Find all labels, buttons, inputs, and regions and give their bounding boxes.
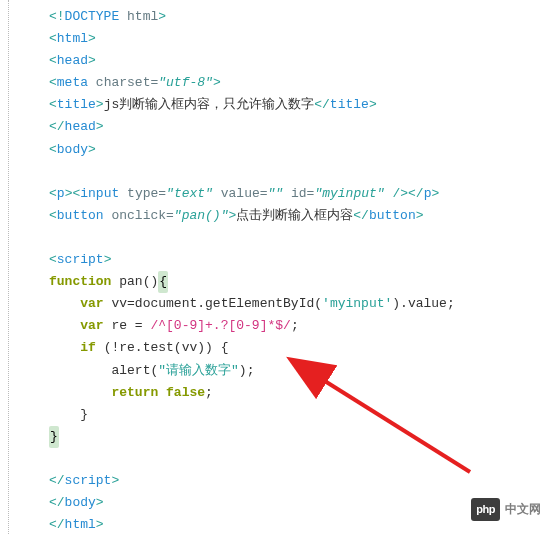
line-head-close: </head> xyxy=(49,116,551,138)
line-return: return false; xyxy=(49,382,551,404)
line-brace1: } xyxy=(49,404,551,426)
line-html-open: <html> xyxy=(49,28,551,50)
line-blank2 xyxy=(49,227,551,249)
line-vv: var vv=document.getElementById('myinput'… xyxy=(49,293,551,315)
line-title: <title>js判断输入框内容，只允许输入数字</title> xyxy=(49,94,551,116)
line-blank3 xyxy=(49,448,551,470)
line-re: var re = /^[0-9]+.?[0-9]*$/; xyxy=(49,315,551,337)
line-body-open: <body> xyxy=(49,139,551,161)
line-brace2: } xyxy=(49,426,551,448)
line-alert: alert("请输入数字"); xyxy=(49,360,551,382)
line-if: if (!re.test(vv)) { xyxy=(49,337,551,359)
line-blank xyxy=(49,161,551,183)
watermark-text: 中文网 xyxy=(505,499,541,519)
line-button: <button onclick="pan()">点击判断输入框内容</butto… xyxy=(49,205,551,227)
line-script-close: </script> xyxy=(49,470,551,492)
line-fn: function pan(){ xyxy=(49,271,551,293)
watermark-logo: php xyxy=(471,498,500,521)
line-input: <p><input type="text" value="" id="myinp… xyxy=(49,183,551,205)
line-head-open: <head> xyxy=(49,50,551,72)
line-doctype: <!DOCTYPE html> xyxy=(49,6,551,28)
watermark: php 中文网 xyxy=(471,498,541,521)
line-script-open: <script> xyxy=(49,249,551,271)
code-block: <!DOCTYPE html> <html> <head> <meta char… xyxy=(8,0,551,535)
line-meta: <meta charset="utf-8"> xyxy=(49,72,551,94)
